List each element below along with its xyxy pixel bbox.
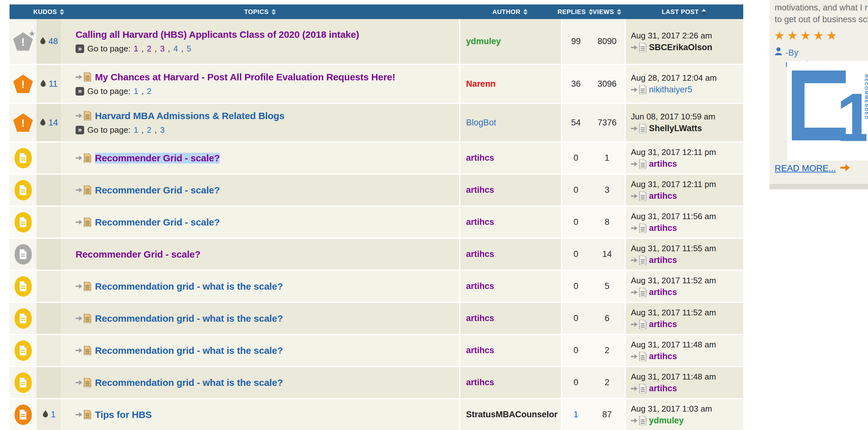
author-link[interactable]: artihcs [466, 217, 494, 227]
views-cell: 5 [590, 271, 624, 302]
last-post-user-link[interactable]: artihcs [649, 191, 677, 201]
column-header-last-post[interactable]: LAST POST [624, 4, 743, 19]
author-link[interactable]: BlogBot [466, 118, 496, 128]
page-separator: , [155, 44, 157, 54]
last-post-user-link[interactable]: artihcs [649, 287, 677, 297]
last-post-user-link[interactable]: artihcs [649, 255, 677, 265]
go-to-unread-icon[interactable] [75, 346, 91, 355]
goto-page-link[interactable]: 3 [160, 44, 164, 54]
go-to-unread-icon[interactable] [75, 378, 91, 387]
goto-page-link[interactable]: 3 [160, 125, 164, 135]
author-cell: artihcs [459, 143, 561, 174]
author-link[interactable]: Narenn [466, 79, 496, 89]
go-to-last-post-icon[interactable] [631, 124, 646, 133]
topic-row: Recommendation grid - what is the scale?… [9, 367, 743, 399]
go-to-unread-icon[interactable] [75, 72, 91, 82]
author-link[interactable]: artihcs [466, 313, 494, 323]
last-post-user-link[interactable]: artihcs [649, 351, 677, 361]
kudos-count[interactable]: 48 [48, 36, 58, 47]
topic-title-line: Recommender Grid - scale? [75, 249, 459, 260]
topic-title-link[interactable]: Calling all Harvard (HBS) Applicants Cla… [75, 29, 359, 40]
topic-title-link[interactable]: Recommender Grid - scale? [75, 249, 200, 260]
kudos-count[interactable]: 1 [51, 410, 56, 420]
author-link[interactable]: artihcs [466, 185, 494, 195]
column-header-author[interactable]: AUTHOR [459, 4, 561, 19]
go-to-last-post-icon[interactable] [631, 43, 646, 52]
kudos-count[interactable]: 11 [49, 79, 58, 89]
goto-page-link[interactable]: 5 [187, 44, 191, 54]
go-to-unread-icon[interactable] [75, 185, 91, 195]
last-post-user-link[interactable]: ydmuley [649, 416, 684, 426]
goto-page-label: Go to page: [87, 86, 130, 96]
page-separator: , [141, 86, 144, 96]
go-to-unread-icon[interactable] [75, 111, 91, 120]
topic-title-link[interactable]: Harvard MBA Admissions & Related Blogs [95, 111, 284, 121]
last-post-user-link[interactable]: SBCErikaOlson [649, 42, 712, 52]
author-link[interactable]: artihcs [466, 249, 494, 259]
column-header-views[interactable]: VIEWS [590, 4, 624, 19]
goto-page-link[interactable]: 2 [147, 125, 151, 135]
kudos-count[interactable]: 14 [48, 118, 58, 128]
read-more-link[interactable]: READ MORE... [775, 163, 836, 174]
goto-page-link[interactable]: 2 [147, 86, 151, 96]
goto-page-link[interactable]: 2 [147, 44, 151, 54]
author-link[interactable]: StratusMBACounselor [466, 410, 558, 420]
author-link[interactable]: artihcs [466, 345, 494, 356]
go-to-unread-icon[interactable] [75, 314, 91, 323]
replies-count: 0 [574, 313, 578, 323]
go-to-last-post-icon[interactable] [631, 416, 646, 425]
go-to-last-post-icon[interactable] [631, 191, 646, 201]
last-post-cell: Aug 31, 2017 11:48 amartihcs [624, 367, 743, 398]
go-to-last-post-icon[interactable] [631, 85, 646, 94]
go-to-last-post-icon[interactable] [631, 288, 646, 297]
kudos-cell [36, 207, 61, 238]
go-to-unread-icon[interactable] [75, 153, 91, 163]
topic-row: !11My Chances at Harvard - Post All Prof… [9, 65, 743, 104]
go-to-last-post-icon[interactable] [631, 223, 646, 233]
column-header-topics[interactable]: TOPICS [61, 4, 459, 19]
last-post-user-link[interactable]: artihcs [649, 223, 677, 233]
topic-title-link[interactable]: Tips for HBS [95, 409, 152, 420]
last-post-user-link[interactable]: artihcs [649, 159, 677, 169]
column-header-replies[interactable]: REPLIES [561, 4, 590, 19]
go-to-unread-icon[interactable] [75, 282, 91, 291]
author-link[interactable]: artihcs [466, 153, 494, 163]
topic-row: Recommendation grid - what is the scale?… [9, 335, 743, 367]
last-post-user-link[interactable]: nikithaiyer5 [649, 85, 692, 95]
topic-title-link[interactable]: My Chances at Harvard - Post All Profile… [95, 72, 395, 83]
topic-title-link[interactable]: Recommender Grid - scale? [95, 153, 220, 163]
topic-title-link[interactable]: Recommendation grid - what is the scale? [95, 345, 283, 356]
author-link[interactable]: artihcs [466, 378, 494, 388]
kudos-cell: 14 [36, 104, 61, 141]
topic-title-link[interactable]: Recommendation grid - what is the scale? [95, 281, 283, 292]
go-to-unread-icon[interactable] [75, 410, 91, 419]
go-to-unread-icon[interactable] [75, 218, 91, 227]
author-link[interactable]: artihcs [466, 281, 494, 291]
go-to-last-post-icon[interactable] [631, 159, 646, 168]
topic-cell: Recommendation grid - what is the scale? [61, 335, 459, 366]
go-to-last-post-icon[interactable] [631, 256, 646, 265]
consultant-logo[interactable]: 1 RECOMMENDED [787, 61, 868, 161]
kudos-cell [36, 303, 61, 334]
kudos-cell [36, 175, 61, 206]
topic-title-link[interactable]: Recommendation grid - what is the scale? [95, 377, 283, 388]
author-cell: artihcs [459, 303, 561, 334]
column-header-kudos[interactable]: KUDOS [36, 4, 61, 19]
last-post-user-link[interactable]: ShellyLWatts [649, 124, 702, 133]
go-to-last-post-icon[interactable] [631, 384, 646, 393]
views-count: 1 [604, 153, 609, 163]
topic-cell: Calling all Harvard (HBS) Applicants Cla… [61, 19, 459, 64]
topic-title-link[interactable]: Recommender Grid - scale? [95, 185, 220, 196]
last-post-user-link[interactable]: artihcs [649, 319, 677, 329]
replies-count: 0 [574, 217, 578, 227]
goto-page-link[interactable]: 1 [134, 86, 138, 96]
go-to-last-post-icon[interactable] [631, 352, 646, 361]
topic-title-link[interactable]: Recommendation grid - what is the scale? [95, 313, 283, 324]
topic-title-link[interactable]: Recommender Grid - scale? [95, 217, 220, 228]
goto-page-link[interactable]: 1 [134, 125, 138, 135]
go-to-last-post-icon[interactable] [631, 320, 646, 329]
goto-page-link[interactable]: 1 [134, 44, 138, 54]
author-link[interactable]: ydmuley [466, 36, 501, 47]
last-post-user-link[interactable]: artihcs [649, 383, 677, 394]
goto-page-link[interactable]: 4 [173, 44, 178, 54]
